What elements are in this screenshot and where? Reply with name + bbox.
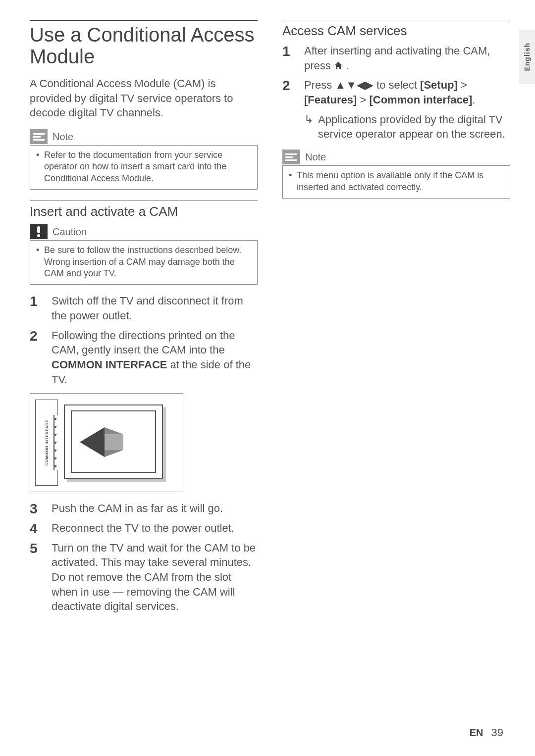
- step-result: ↳ Applications provided by the digital T…: [282, 112, 510, 142]
- step-number: 1: [282, 44, 294, 73]
- subsection-rule: [282, 20, 510, 20]
- caution-head: Caution: [30, 224, 258, 239]
- subsection-title: Insert and activate a CAM: [30, 204, 258, 219]
- step-text: After inserting and activating the CAM, …: [304, 44, 510, 73]
- note-icon: [282, 150, 300, 164]
- step-number: 1: [30, 294, 42, 323]
- access-steps: 1 After inserting and activating the CAM…: [282, 44, 510, 107]
- step-4: 4 Reconnect the TV to the power outlet.: [30, 521, 258, 536]
- note-callout: Note Refer to the documentation from you…: [30, 129, 258, 190]
- right-column: Access CAM services 1 After inserting an…: [282, 20, 510, 619]
- step-number: 5: [30, 541, 42, 614]
- step-2: 2 Following the directions printed on th…: [30, 328, 258, 387]
- intro-paragraph: A Conditional Access Module (CAM) is pro…: [30, 76, 258, 120]
- step-number: 4: [30, 521, 42, 536]
- caution-icon: [30, 224, 48, 239]
- result-text: Applications provided by the digital TV …: [318, 112, 510, 142]
- note-head: Note: [282, 150, 510, 164]
- step-text: Turn on the TV and wait for the CAM to b…: [52, 541, 258, 614]
- caution-label: Caution: [53, 226, 87, 238]
- note-label: Note: [305, 151, 326, 163]
- step-5: 5 Turn on the TV and wait for the CAM to…: [30, 541, 258, 614]
- step-number: 2: [30, 328, 42, 387]
- section-title: Use a Conditional Access Module: [30, 24, 258, 67]
- language-tab: English: [519, 30, 535, 84]
- step-1: 1 After inserting and activating the CAM…: [282, 44, 510, 73]
- note-body: Refer to the documentation from your ser…: [30, 145, 258, 190]
- step-number: 3: [30, 501, 42, 516]
- step-text: Switch off the TV and disconnect it from…: [52, 294, 258, 323]
- figure-arrow-icon: [80, 427, 124, 457]
- note-icon: [30, 129, 48, 144]
- result-arrow-icon: ↳: [304, 112, 313, 142]
- svg-marker-7: [105, 427, 123, 434]
- step-2: 2 Press ▲▼◀▶ to select [Setup] > [Featur…: [282, 78, 510, 107]
- note-body: This menu option is available only if th…: [282, 165, 510, 199]
- svg-marker-6: [105, 434, 123, 450]
- content-columns: Use a Conditional Access Module A Condit…: [30, 20, 510, 619]
- svg-rect-0: [33, 133, 45, 135]
- insert-steps-cont: 3 Push the CAM in as far as it will go. …: [30, 501, 258, 614]
- home-icon: [334, 59, 346, 72]
- nav-arrows-icon: ▲▼◀▶: [335, 79, 374, 91]
- step-3: 3 Push the CAM in as far as it will go.: [30, 501, 258, 516]
- step-text: Push the CAM in as far as it will go.: [52, 501, 258, 516]
- step-number: 2: [282, 78, 294, 107]
- figure-slot-label: COMMON INTERFACE: [45, 419, 49, 465]
- footer-page: 39: [491, 726, 503, 739]
- language-tab-label: English: [523, 43, 531, 71]
- svg-rect-9: [285, 153, 297, 155]
- caution-text: Be sure to follow the instructions descr…: [36, 245, 251, 279]
- svg-rect-10: [285, 156, 293, 158]
- page-footer: EN 39: [470, 726, 503, 739]
- section-rule: [30, 20, 258, 21]
- svg-rect-11: [285, 159, 297, 161]
- svg-point-4: [37, 234, 40, 237]
- subsection-title: Access CAM services: [282, 23, 510, 39]
- svg-rect-1: [33, 136, 41, 138]
- note-text: This menu option is available only if th…: [289, 170, 504, 193]
- left-column: Use a Conditional Access Module A Condit…: [30, 20, 258, 619]
- svg-rect-2: [33, 139, 45, 141]
- svg-marker-8: [105, 450, 123, 457]
- step-1: 1 Switch off the TV and disconnect it fr…: [30, 294, 258, 323]
- note-label: Note: [53, 131, 73, 143]
- cam-insert-figure: COMMON INTERFACE: [30, 393, 183, 492]
- note-head: Note: [30, 129, 258, 144]
- step-text: Reconnect the TV to the power outlet.: [52, 521, 258, 536]
- insert-steps: 1 Switch off the TV and disconnect it fr…: [30, 294, 258, 387]
- figure-slot: COMMON INTERFACE: [35, 400, 58, 486]
- caution-body: Be sure to follow the instructions descr…: [30, 240, 258, 285]
- note-callout: Note This menu option is available only …: [282, 150, 510, 199]
- step-text: Following the directions printed on the …: [52, 328, 258, 387]
- caution-callout: Caution Be sure to follow the instructio…: [30, 224, 258, 285]
- note-text: Refer to the documentation from your ser…: [36, 150, 251, 184]
- footer-lang: EN: [470, 727, 483, 739]
- subsection-rule: [30, 201, 258, 201]
- step-text: Press ▲▼◀▶ to select [Setup] > [Features…: [304, 78, 510, 107]
- svg-rect-3: [37, 226, 40, 233]
